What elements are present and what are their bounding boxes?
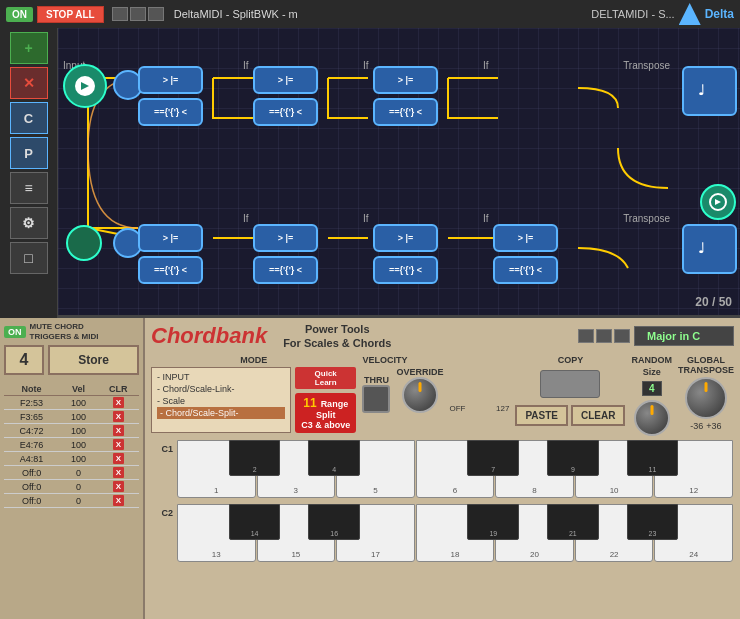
key-label-22: 22 xyxy=(610,550,619,559)
clr-btn-1[interactable]: X xyxy=(113,411,124,422)
random-knob-container xyxy=(634,400,670,436)
if-block-2-bottom[interactable]: =={'{'} < xyxy=(253,98,318,126)
note-row-0: F2:53 100 X xyxy=(4,396,139,410)
piano-key-black-21[interactable]: 21 xyxy=(547,504,599,540)
vel-cell-4: 100 xyxy=(59,452,98,466)
paste-button[interactable]: PASTE xyxy=(515,405,568,426)
mini-btn-2[interactable] xyxy=(596,329,612,343)
thru-toggle[interactable] xyxy=(362,385,390,413)
sidebar-remove-button[interactable]: ✕ xyxy=(10,67,48,99)
if-block-6-bottom[interactable]: =={'{'} < xyxy=(373,256,438,284)
keys-row-1: 135681012247911 xyxy=(177,440,734,502)
piano-key-black-9[interactable]: 9 xyxy=(547,440,599,476)
if-block-2-top[interactable]: > |= xyxy=(253,66,318,94)
key-label-15: 15 xyxy=(291,550,300,559)
if-block-1-bottom[interactable]: =={'{'} < xyxy=(138,98,203,126)
copy-section: COPY PASTE CLEAR xyxy=(515,355,625,426)
if-block-7-top[interactable]: > |= xyxy=(493,224,558,252)
copy-label: COPY xyxy=(558,355,584,365)
clr-btn-7[interactable]: X xyxy=(113,495,124,506)
if-block-3-bottom[interactable]: =={'{'} < xyxy=(373,98,438,126)
clr-btn-4[interactable]: X xyxy=(113,453,124,464)
sidebar-add-button[interactable]: + xyxy=(10,32,48,64)
clr-cell-6[interactable]: X xyxy=(98,480,139,494)
piano-key-black-2[interactable]: 2 xyxy=(229,440,281,476)
transpose-label-2: Transpose xyxy=(623,213,670,224)
restore-button[interactable] xyxy=(130,7,146,21)
piano-key-black-16[interactable]: 16 xyxy=(308,504,360,540)
note-cell-6: Off:0 xyxy=(4,480,59,494)
piano-key-black-7[interactable]: 7 xyxy=(467,440,519,476)
window-controls xyxy=(112,7,164,21)
if-block-1-top[interactable]: > |= xyxy=(138,66,203,94)
clr-cell-5[interactable]: X xyxy=(98,466,139,480)
thru-section: THRU xyxy=(362,375,390,413)
store-button[interactable]: Store xyxy=(48,345,139,375)
stop-all-button[interactable]: STOP ALL xyxy=(37,6,104,23)
minimize-button[interactable] xyxy=(112,7,128,21)
sidebar-settings-button[interactable]: ⚙ xyxy=(10,207,48,239)
random-knob[interactable] xyxy=(634,400,670,436)
if-block-6-top[interactable]: > |= xyxy=(373,224,438,252)
clr-btn-0[interactable]: X xyxy=(113,397,124,408)
transpose-knob[interactable] xyxy=(685,377,727,419)
quick-learn-button[interactable]: QuickLearn xyxy=(295,367,356,389)
clr-btn-6[interactable]: X xyxy=(113,481,124,492)
if-block-5-top[interactable]: > |= xyxy=(253,224,318,252)
key-label-24: 24 xyxy=(689,550,698,559)
if-block-3-top[interactable]: > |= xyxy=(373,66,438,94)
mode-input[interactable]: - INPUT xyxy=(157,371,285,383)
power-tools-area: Power Tools For Scales & Chords xyxy=(283,322,391,351)
clr-cell-0[interactable]: X xyxy=(98,396,139,410)
input-node-2[interactable] xyxy=(66,225,102,261)
brand-text: DELTAMIDI - S... xyxy=(591,8,674,20)
mini-btn-1[interactable] xyxy=(578,329,594,343)
if-block-4-bottom[interactable]: =={'{'} < xyxy=(138,256,203,284)
mini-btn-3[interactable] xyxy=(614,329,630,343)
input-node-1[interactable] xyxy=(63,64,107,108)
if-block-4-top[interactable]: > |= xyxy=(138,224,203,252)
sidebar-c-button[interactable]: C xyxy=(10,102,48,134)
key-label-6: 6 xyxy=(453,486,457,495)
sidebar-view-button[interactable]: □ xyxy=(10,242,48,274)
piano-key-black-11[interactable]: 11 xyxy=(627,440,679,476)
random-label: RANDOM xyxy=(631,355,672,365)
mode-scale[interactable]: - Scale xyxy=(157,395,285,407)
clr-cell-7[interactable]: X xyxy=(98,494,139,508)
if-label-4: If xyxy=(243,213,249,224)
clr-btn-3[interactable]: X xyxy=(113,439,124,450)
random-controls: Size 4 xyxy=(631,367,672,436)
clr-cell-3[interactable]: X xyxy=(98,438,139,452)
clr-btn-2[interactable]: X xyxy=(113,425,124,436)
piano-key-black-14[interactable]: 14 xyxy=(229,504,281,540)
clr-cell-2[interactable]: X xyxy=(98,424,139,438)
menu-button[interactable] xyxy=(148,7,164,21)
black-key-label-4: 4 xyxy=(332,466,336,473)
transpose-range: -36 +36 xyxy=(690,421,721,431)
transpose-block-1[interactable]: ♩ xyxy=(682,66,737,116)
clear-button[interactable]: CLEAR xyxy=(571,405,625,426)
on-button[interactable]: ON xyxy=(6,7,33,22)
velocity-knob[interactable] xyxy=(402,377,438,413)
if-block-7-bottom[interactable]: =={'{'} < xyxy=(493,256,558,284)
piano-key-black-23[interactable]: 23 xyxy=(627,504,679,540)
power-tools-label: Power Tools xyxy=(283,322,391,336)
vel-cell-2: 100 xyxy=(59,424,98,438)
transpose-block-2[interactable]: ♩ xyxy=(682,224,737,274)
mode-chord-split[interactable]: - Chord/Scale-Split- xyxy=(157,407,285,419)
if-block-5-bottom[interactable]: =={'{'} < xyxy=(253,256,318,284)
piano-key-black-19[interactable]: 19 xyxy=(467,504,519,540)
clr-cell-4[interactable]: X xyxy=(98,452,139,466)
clr-cell-1[interactable]: X xyxy=(98,410,139,424)
sidebar-list-button[interactable]: ≡ xyxy=(10,172,48,204)
scales-chords-label: For Scales & Chords xyxy=(283,336,391,350)
piano-key-black-4[interactable]: 4 xyxy=(308,440,360,476)
output-node-1[interactable] xyxy=(700,184,736,220)
black-key-label-16: 16 xyxy=(330,530,338,537)
vel-cell-1: 100 xyxy=(59,410,98,424)
sidebar-p-button[interactable]: P xyxy=(10,137,48,169)
mode-chord-link[interactable]: - Chord/Scale-Link- xyxy=(157,383,285,395)
key-label-13: 13 xyxy=(212,550,221,559)
flow-canvas: Input If If If Transpose If If If Transp… xyxy=(58,28,740,315)
clr-btn-5[interactable]: X xyxy=(113,467,124,478)
